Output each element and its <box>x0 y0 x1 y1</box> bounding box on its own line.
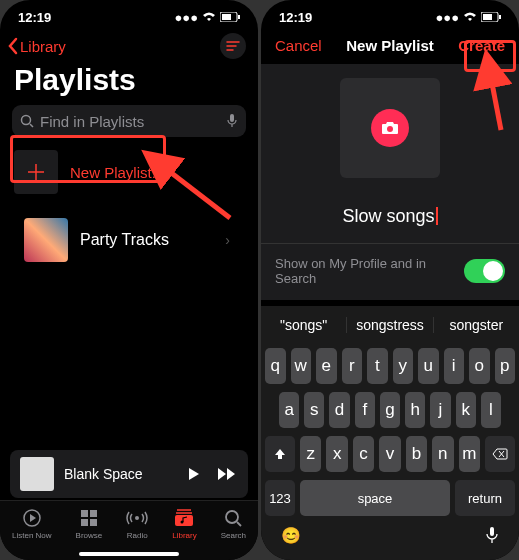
dictation-key[interactable] <box>485 526 499 548</box>
key-k[interactable]: k <box>456 392 476 428</box>
grid-icon <box>78 507 100 529</box>
key-a[interactable]: a <box>279 392 299 428</box>
svg-rect-15 <box>483 14 492 20</box>
wifi-icon <box>463 10 477 25</box>
signal-icon: ●●● <box>435 10 459 25</box>
svg-point-3 <box>22 116 31 125</box>
key-t[interactable]: t <box>367 348 388 384</box>
play-icon[interactable] <box>186 466 202 482</box>
tab-search[interactable]: Search <box>221 507 246 540</box>
cancel-button[interactable]: Cancel <box>275 37 322 54</box>
key-h[interactable]: h <box>405 392 425 428</box>
playlist-list: New Playlist... Party Tracks › <box>12 147 246 265</box>
tab-radio[interactable]: Radio <box>126 507 148 540</box>
key-f[interactable]: f <box>355 392 375 428</box>
playlist-row[interactable]: Party Tracks › <box>24 215 234 265</box>
battery-icon <box>481 10 501 25</box>
svg-rect-11 <box>175 515 193 526</box>
key-s[interactable]: s <box>304 392 324 428</box>
modal-title: New Playlist <box>346 37 434 54</box>
key-j[interactable]: j <box>430 392 450 428</box>
forward-icon[interactable] <box>216 466 238 482</box>
shift-key[interactable] <box>265 436 295 472</box>
key-z[interactable]: z <box>300 436 321 472</box>
signal-icon: ●●● <box>174 10 198 25</box>
suggestion[interactable]: songster <box>434 317 519 333</box>
svg-rect-16 <box>499 15 501 19</box>
key-d[interactable]: d <box>329 392 349 428</box>
space-key[interactable]: space <box>300 480 450 516</box>
tab-listen-now[interactable]: Listen Now <box>12 507 52 540</box>
svg-rect-8 <box>81 519 88 526</box>
emoji-key[interactable]: 😊 <box>281 526 301 548</box>
key-g[interactable]: g <box>380 392 400 428</box>
search-input[interactable]: Find in Playlists <box>12 105 246 137</box>
play-circle-icon <box>21 507 43 529</box>
suggestion[interactable]: "songs" <box>261 317 347 333</box>
key-m[interactable]: m <box>459 436 480 472</box>
now-playing-title: Blank Space <box>64 466 176 482</box>
artwork-picker[interactable] <box>261 64 519 188</box>
suggestion[interactable]: songstress <box>347 317 433 333</box>
key-row-1: qwertyuiop <box>261 344 519 388</box>
svg-point-17 <box>387 126 393 132</box>
suggestion-bar: "songs" songstress songster <box>261 306 519 344</box>
plus-icon <box>25 161 47 183</box>
status-time: 12:19 <box>18 10 51 25</box>
key-q[interactable]: q <box>265 348 286 384</box>
playlist-name-value: Slow songs <box>342 206 437 226</box>
back-label: Library <box>20 38 66 55</box>
tab-library[interactable]: Library <box>172 507 196 540</box>
key-b[interactable]: b <box>406 436 427 472</box>
playlist-name-input[interactable]: Slow songs <box>261 188 519 243</box>
camera-button[interactable] <box>371 109 409 147</box>
key-x[interactable]: x <box>326 436 347 472</box>
key-row-2: asdfghjkl <box>261 388 519 432</box>
numeric-key[interactable]: 123 <box>265 480 295 516</box>
new-playlist-row[interactable]: New Playlist... <box>12 147 246 197</box>
new-playlist-label: New Playlist... <box>70 164 164 181</box>
key-n[interactable]: n <box>432 436 453 472</box>
svg-rect-2 <box>238 15 240 19</box>
key-y[interactable]: y <box>393 348 414 384</box>
key-w[interactable]: w <box>291 348 312 384</box>
key-o[interactable]: o <box>469 348 490 384</box>
svg-rect-7 <box>90 510 97 517</box>
return-key[interactable]: return <box>455 480 515 516</box>
keyboard: "songs" songstress songster qwertyuiop a… <box>261 306 519 560</box>
key-v[interactable]: v <box>379 436 400 472</box>
create-button[interactable]: Create <box>458 37 505 54</box>
home-indicator[interactable] <box>79 552 179 556</box>
chevron-right-icon: › <box>225 232 230 248</box>
key-p[interactable]: p <box>495 348 516 384</box>
now-playing-bar[interactable]: Blank Space <box>10 450 248 498</box>
key-l[interactable]: l <box>481 392 501 428</box>
battery-icon <box>220 10 240 25</box>
svg-point-10 <box>135 516 139 520</box>
key-e[interactable]: e <box>316 348 337 384</box>
key-i[interactable]: i <box>444 348 465 384</box>
key-c[interactable]: c <box>353 436 374 472</box>
key-u[interactable]: u <box>418 348 439 384</box>
artwork-box <box>340 78 440 178</box>
radio-icon <box>126 507 148 529</box>
sort-button[interactable] <box>220 33 246 59</box>
svg-rect-6 <box>81 510 88 517</box>
key-row-4: 123 space return <box>261 476 519 520</box>
wifi-icon <box>202 10 216 25</box>
back-button[interactable]: Library <box>6 37 66 55</box>
search-icon <box>20 114 34 128</box>
delete-key[interactable] <box>485 436 515 472</box>
modal-body: Slow songs Show on My Profile and in Sea… <box>261 64 519 300</box>
phone-right-new-playlist: 12:19 ●●● Cancel New Playlist Create Slo… <box>261 0 519 560</box>
key-r[interactable]: r <box>342 348 363 384</box>
mic-icon[interactable] <box>226 113 238 129</box>
tab-browse[interactable]: Browse <box>76 507 103 540</box>
phone-left-playlists: 12:19 ●●● Library Playlists Find in Play… <box>0 0 258 560</box>
modal-nav: Cancel New Playlist Create <box>261 27 519 64</box>
playlist-art <box>24 218 68 262</box>
camera-icon <box>381 121 399 135</box>
profile-option-toggle[interactable] <box>464 259 505 283</box>
status-bar: 12:19 ●●● <box>0 0 258 27</box>
svg-rect-4 <box>230 114 234 122</box>
